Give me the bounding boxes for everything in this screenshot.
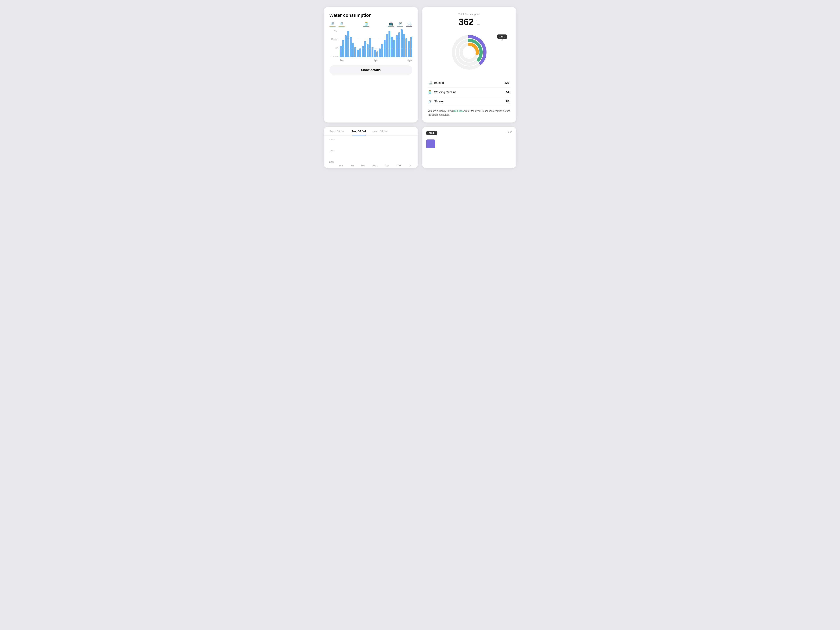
- bar-shower-1: [329, 27, 336, 27]
- water-card-title: Water consumption: [329, 13, 412, 18]
- x-7am: 7am: [339, 164, 343, 166]
- x-12am: 12am: [396, 164, 401, 166]
- y-label-inactive: Inactive: [332, 55, 338, 57]
- water-bar: [391, 37, 393, 57]
- donut-chart-wrapper: 223 L: [428, 31, 511, 73]
- show-details-button[interactable]: Show details: [329, 65, 412, 75]
- total-label: Total Consumption: [428, 13, 511, 16]
- other-icon-1: 📺: [389, 22, 393, 26]
- x-8am: 8am: [350, 164, 354, 166]
- water-bar: [366, 44, 369, 57]
- water-bar: [345, 35, 347, 57]
- list-item-bathtub: 🛁 Bathtub 223 L: [428, 78, 511, 88]
- washing-list-icon: 🫙: [428, 90, 432, 94]
- water-bar: [347, 31, 349, 57]
- x-label-7am: 7am: [340, 59, 344, 62]
- chart-x-labels: 7am 1pm 9pm: [329, 59, 412, 62]
- total-unit: L: [476, 19, 480, 27]
- daily-chart-card: Mon, 29 Jul Tue, 30 Jul Wed, 31 Jul 3.00…: [324, 127, 418, 168]
- daily-tabs: Mon, 29 Jul Tue, 30 Jul Wed, 31 Jul: [324, 127, 418, 136]
- washing-name: Washing Machine: [434, 91, 506, 94]
- water-bar: [369, 38, 371, 57]
- water-bar: [371, 47, 373, 57]
- bar-washing: [363, 27, 369, 27]
- water-bar: [406, 38, 407, 57]
- water-bar: [359, 49, 361, 57]
- water-bar: [388, 31, 390, 57]
- insight-text: You are currently using 36% less water t…: [428, 109, 511, 117]
- water-bar: [342, 40, 344, 57]
- x-label-1pm: 1pm: [374, 59, 378, 62]
- water-bar: [374, 50, 376, 57]
- mini-bar-purple: [426, 139, 435, 148]
- tab-wed[interactable]: Wed, 31 Jul: [369, 127, 391, 136]
- device-washing: 🫙: [363, 22, 369, 27]
- insight-prefix: You are currently using: [428, 109, 453, 112]
- device-bathtub: 🛁: [406, 22, 412, 27]
- device-icon-row: 🚿 🚿 🫙 📺 🚿 🛁: [329, 22, 412, 27]
- donut-tooltip: 223 L: [497, 35, 507, 39]
- y-3000: 3.000: [329, 139, 334, 141]
- water-bar: [364, 41, 366, 57]
- water-bar: [401, 29, 403, 57]
- insight-highlight: 36% less: [453, 109, 464, 112]
- daily-x-labels: 7am 8am 9am 10am 11am 12am 1pr: [327, 164, 415, 168]
- shower-icon-3: 🚿: [398, 22, 402, 26]
- y-label-low: Low: [335, 47, 338, 49]
- water-bar: [376, 51, 378, 57]
- y-2000: 2.000: [329, 150, 334, 152]
- bathtub-list-icon: 🛁: [428, 81, 432, 85]
- water-bar: [386, 34, 388, 57]
- shower-icon-2: 🚿: [339, 22, 344, 26]
- water-bar: [396, 35, 398, 57]
- bar-other-1: [388, 27, 394, 27]
- shower-icon-1: 🚿: [330, 22, 335, 26]
- bathtub-value: 223: [505, 81, 509, 85]
- list-item-washing: 🫙 Washing Machine 51 L: [428, 88, 511, 97]
- device-shower-2: 🚿: [338, 22, 345, 27]
- x-1pm: 1pr: [409, 164, 411, 166]
- y-label-medium: Medium: [331, 38, 338, 40]
- bathtub-icon: 🛁: [407, 22, 411, 26]
- x-label-9pm: 9pm: [408, 59, 412, 62]
- water-bar: [350, 37, 352, 57]
- daily-y-labels: 3.000 2.000 1.000: [327, 139, 335, 163]
- water-bar: [393, 40, 395, 57]
- washing-unit: L: [509, 91, 511, 94]
- tab-tue[interactable]: Tue, 30 Jul: [348, 127, 369, 136]
- washing-icon: 🫙: [364, 22, 369, 26]
- x-9am: 9am: [361, 164, 365, 166]
- mini-bars: [426, 138, 512, 148]
- water-bar: [354, 47, 356, 57]
- water-bar: [398, 32, 400, 57]
- mini-tooltip: 223 L: [426, 131, 437, 135]
- device-shower-1: 🚿: [329, 22, 336, 27]
- washing-value: 51: [506, 91, 509, 94]
- dashboard: Water consumption 🚿 🚿 🫙 📺 🚿: [324, 7, 516, 168]
- bathtub-name: Bathtub: [434, 81, 505, 85]
- water-consumption-card: Water consumption 🚿 🚿 🫙 📺 🚿: [324, 7, 418, 123]
- shower-list-icon: 🚿: [428, 99, 432, 104]
- daily-chart-area: 3.000 2.000 1.000: [327, 139, 415, 163]
- water-bar: [340, 46, 342, 57]
- x-11am: 11am: [384, 164, 389, 166]
- water-chart-area: High Medium Low Inactive: [329, 29, 412, 57]
- water-bar: [381, 44, 383, 57]
- daily-chart-body: 3.000 2.000 1.000: [324, 136, 418, 168]
- water-bar: [403, 34, 405, 57]
- water-bars: [340, 29, 412, 57]
- water-bar: [384, 40, 385, 57]
- device-list: 🛁 Bathtub 223 L 🫙 Washing Machine 51 L 🚿…: [428, 78, 511, 106]
- shower-unit: L: [509, 100, 511, 103]
- bar-bathtub: [406, 27, 412, 27]
- device-other-1: 📺: [388, 22, 394, 27]
- total-value: 362 L: [428, 17, 511, 27]
- tab-mon[interactable]: Mon, 29 Jul: [327, 127, 348, 136]
- water-bar: [362, 46, 364, 57]
- bathtub-unit: L: [509, 82, 511, 84]
- y-label-high: High: [334, 29, 338, 32]
- shower-name: Shower: [434, 100, 506, 103]
- water-bar: [352, 43, 354, 57]
- donut-chart: [448, 31, 490, 73]
- water-bar: [411, 37, 412, 57]
